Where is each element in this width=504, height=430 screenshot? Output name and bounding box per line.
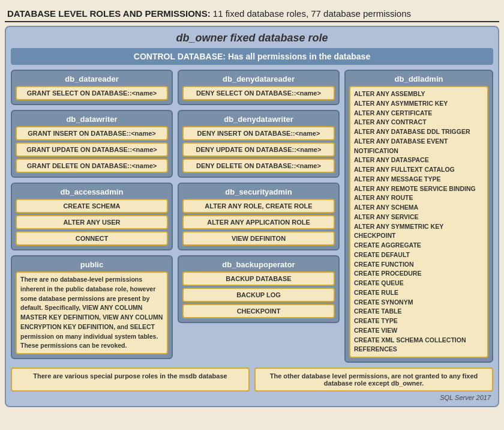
ddladmin-perm-16: CREATE DEFAULT (354, 250, 484, 260)
denydatawriter-box: db_denydatawriter DENY INSERT ON DATABAS… (178, 110, 340, 178)
denydatawriter-perm-2: DENY DELETE ON DATABASE::<name> (182, 159, 335, 173)
ddladmin-list: ALTER ANY ASSEMBLY ALTER ANY ASYMMETRIC … (349, 86, 488, 358)
outer-container: db_owner fixed database role CONTROL DAT… (5, 26, 499, 407)
note1: There are various special purpose roles … (11, 368, 250, 392)
col2: db_denydatareader DENY SELECT ON DATABAS… (178, 70, 340, 363)
control-db-banner: CONTROL DATABASE: Has all permissions in… (11, 48, 493, 65)
datareader-title: db_datareader (16, 74, 168, 83)
backupoperator-perm-2: CHECKPOINT (182, 304, 335, 318)
ddladmin-perm-11: ALTER ANY SCHEMA (354, 203, 484, 213)
securityadmin-title: db_securityadmin (182, 187, 335, 196)
ddladmin-perm-8: ALTER ANY MESSAGE TYPE (354, 175, 484, 184)
ddladmin-perm-18: CREATE PROCEDURE (354, 269, 484, 279)
securityadmin-box: db_securityadmin ALTER ANY ROLE, CREATE … (178, 183, 340, 250)
denydatareader-perm-0: DENY SELECT ON DATABASE::<name> (182, 86, 335, 100)
securityadmin-perm-1: ALTER ANY APPLICATION ROLE (182, 215, 335, 229)
ddladmin-perm-24: CREATE VIEW (354, 326, 484, 336)
accessadmin-box: db_accessadmin CREATE SCHEMA ALTER ANY U… (11, 183, 173, 250)
datawriter-box: db_datawriter GRANT INSERT ON DATABASE::… (11, 110, 173, 178)
datawriter-perm-0: GRANT INSERT ON DATABASE::<name> (16, 126, 168, 141)
sql-server-label: SQL Server 2017 (11, 394, 493, 401)
ddladmin-perm-20: CREATE RULE (354, 288, 484, 298)
page-title: DATABASE LEVEL ROLES AND PERMISSIONS: 11… (5, 5, 499, 22)
ddladmin-perm-23: CREATE TYPE (354, 316, 484, 326)
datawriter-perm-1: GRANT UPDATE ON DATABASE::<name> (16, 142, 168, 157)
col1: db_datareader GRANT SELECT ON DATABASE::… (11, 70, 173, 363)
accessadmin-perm-0: CREATE SCHEMA (16, 199, 168, 213)
securityadmin-perm-0: ALTER ANY ROLE, CREATE ROLE (182, 199, 335, 213)
ddladmin-perm-2: ALTER ANY CERTIFICATE (354, 109, 484, 118)
accessadmin-perm-1: ALTER ANY USER (16, 215, 168, 229)
bottom-notes: There are various special purpose roles … (11, 368, 493, 392)
col3: db_ddladmin ALTER ANY ASSEMBLY ALTER ANY… (344, 70, 493, 363)
ddladmin-perm-10: ALTER ANY ROUTE (354, 193, 484, 203)
backupoperator-perm-0: BACKUP DATABASE (182, 271, 335, 286)
securityadmin-perm-2: VIEW DEFINITON (182, 231, 335, 246)
ddladmin-perm-14: CHECKPOINT (354, 231, 484, 241)
backupoperator-title: db_backupoperator (182, 260, 335, 269)
datareader-perm-0: GRANT SELECT ON DATABASE::<name> (16, 86, 168, 100)
ddladmin-perm-26: REFERENCES (354, 345, 484, 354)
ddladmin-perm-21: CREATE SYNONYM (354, 298, 484, 307)
ddladmin-perm-3: ALTER ANY CONTRACT (354, 118, 484, 127)
ddladmin-perm-25: CREATE XML SCHEMA COLLECTION (354, 336, 484, 345)
ddladmin-perm-13: ALTER ANY SYMMETRIC KEY (354, 222, 484, 232)
datawriter-title: db_datawriter (16, 115, 168, 124)
denydatawriter-perm-1: DENY UPDATE ON DATABASE::<name> (182, 142, 335, 157)
ddladmin-perm-9: ALTER ANY REMOTE SERVICE BINDING (354, 184, 484, 194)
ddladmin-title: db_ddladmin (349, 74, 488, 83)
denydatareader-box: db_denydatareader DENY SELECT ON DATABAS… (178, 70, 340, 105)
accessadmin-perm-2: CONNECT (16, 231, 168, 246)
ddladmin-perm-1: ALTER ANY ASYMMETRIC KEY (354, 99, 484, 109)
backupoperator-perm-1: BACKUP LOG (182, 288, 335, 302)
ddladmin-perm-7: ALTER ANY FULLTEXT CATALOG (354, 165, 484, 175)
public-box: public There are no database-level permi… (11, 255, 173, 359)
ddladmin-perm-17: CREATE FUNCTION (354, 260, 484, 270)
backupoperator-box: db_backupoperator BACKUP DATABASE BACKUP… (178, 255, 340, 323)
ddladmin-perm-12: ALTER ANY SERVICE (354, 213, 484, 222)
accessadmin-title: db_accessadmin (16, 187, 168, 196)
ddladmin-perm-4: ALTER ANY DATABASE DDL TRIGGER (354, 127, 484, 137)
note2: The other database level permissions, ar… (254, 368, 493, 392)
ddladmin-perm-22: CREATE TABLE (354, 307, 484, 316)
datawriter-perm-2: GRANT DELETE ON DATABASE::<name> (16, 159, 168, 173)
ddladmin-perm-5: ALTER ANY DATABASE EVENT NOTIFICATION (354, 137, 484, 156)
public-text: There are no database-level permissions … (16, 271, 168, 354)
denydatareader-title: db_denydatareader (182, 74, 335, 83)
ddladmin-perm-15: CREATE AGGREGATE (354, 241, 484, 250)
public-title: public (16, 260, 168, 269)
ddladmin-perm-6: ALTER ANY DATASPACE (354, 156, 484, 165)
datareader-box: db_datareader GRANT SELECT ON DATABASE::… (11, 70, 173, 105)
ddladmin-perm-0: ALTER ANY ASSEMBLY (354, 89, 484, 99)
db-owner-title: db_owner fixed database role (11, 32, 493, 44)
ddladmin-box: db_ddladmin ALTER ANY ASSEMBLY ALTER ANY… (344, 70, 493, 363)
denydatawriter-title: db_denydatawriter (182, 115, 335, 124)
denydatawriter-perm-0: DENY INSERT ON DATABASE::<name> (182, 126, 335, 141)
ddladmin-perm-19: CREATE QUEUE (354, 279, 484, 288)
